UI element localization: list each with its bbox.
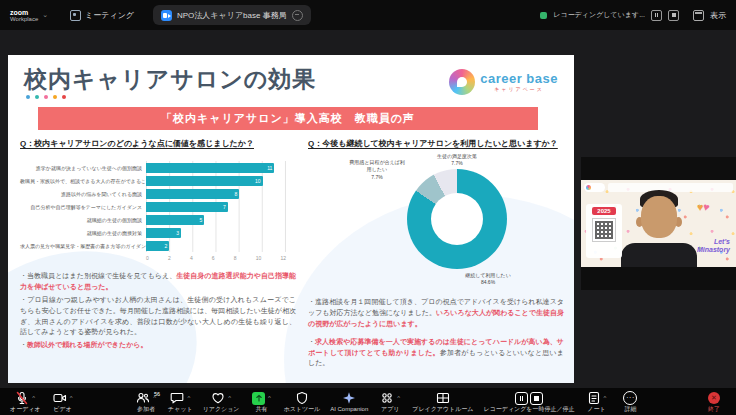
shared-screen-slide: 校内キャリアサロンの効果 career base キャリアベース [8, 55, 574, 383]
end-icon [708, 392, 720, 404]
bar-track: 3 [146, 228, 286, 238]
chevron-down-icon[interactable]: ⌄ [42, 11, 48, 19]
bar: 10 [146, 176, 263, 186]
slide-title: 校内キャリアサロンの効果 [24, 67, 316, 91]
notes-button[interactable]: ノート [584, 392, 608, 412]
zoom-workplace-logo: zoom Workplace [10, 9, 38, 22]
bar-category-label: 求人票の見方や職業見学・履歴書の書き方等のガイダンス [20, 243, 146, 249]
app-name-sub: Workplace [10, 16, 38, 22]
meeting-icon [70, 10, 81, 21]
participants-button[interactable]: 56 参加者 [134, 392, 158, 412]
end-meeting-button[interactable]: 終了 [702, 392, 726, 412]
chevron-icon[interactable] [187, 395, 190, 401]
chevron-icon[interactable] [268, 395, 271, 401]
bar: 7 [146, 202, 228, 212]
participant-video: ♥♥ Let'sMinastory 2025 [581, 180, 736, 267]
recording-pause-stop-button[interactable]: レコーディングを一時停止／停止 [484, 392, 575, 412]
axis-tick-label: 2 [168, 255, 171, 261]
apps-button[interactable]: アプリ [378, 392, 402, 412]
chevron-icon[interactable] [70, 395, 73, 401]
bar-row: 求人票の見方や職業見学・履歴書の書き方等のガイダンス2 [20, 239, 296, 252]
title-accent-dot [62, 95, 66, 99]
app-name: zoom [10, 9, 38, 16]
pie-label: 継続して利用したい 84.6% [446, 272, 530, 287]
bar-track: 10 [146, 176, 286, 186]
video-camera-icon [161, 10, 172, 21]
meeting-toolbar: オーディオ ビデオ 56 参加者 チャット リアクション 共有 ホストツール [0, 388, 736, 415]
chevron-icon[interactable] [228, 395, 231, 401]
stop-recording-icon[interactable] [530, 392, 543, 405]
pause-recording-icon[interactable] [651, 10, 662, 21]
bar-row: 自己分析や自己理解等をテーマにしたガイダンス7 [20, 200, 296, 213]
bar: 3 [146, 228, 181, 238]
axis-tick-label: 8 [234, 255, 237, 261]
chevron-icon[interactable] [397, 395, 400, 401]
bar-value-label: 5 [200, 217, 205, 223]
logo-sub: キャリアベース [494, 87, 544, 92]
more-icon [623, 391, 637, 405]
axis-tick-label: 12 [280, 255, 286, 261]
bar-row: 教職員・家族以外で、相談できる大人の存在ができること10 [20, 174, 296, 187]
share-screen-button[interactable]: 共有 [250, 392, 274, 412]
bar-row: 就職組の生徒の個別面談5 [20, 213, 296, 226]
chevron-icon[interactable] [32, 395, 35, 401]
audio-button[interactable]: オーディオ [10, 392, 41, 412]
chevron-icon[interactable] [604, 395, 607, 401]
axis-tick-label: 0 [146, 255, 149, 261]
bar: 8 [146, 189, 239, 199]
view-button[interactable]: 表示 [710, 10, 726, 21]
meeting-tab-label: ミーティング [85, 10, 134, 21]
meeting-window-tab[interactable]: NPO法人キャリアbase 事務局 [153, 5, 311, 25]
participants-count: 56 [154, 391, 160, 397]
more-button[interactable]: 詳細 [618, 392, 642, 412]
pie-label: 生徒の満足度次第 7.7% [415, 153, 499, 168]
title-accent-dots [26, 95, 316, 99]
donut-chart: 生徒の満足度次第 7.7% 費用感と日程が合えば利用したい 7.7% 継続して利… [308, 153, 564, 287]
career-base-logo: career base キャリアベース [449, 69, 558, 95]
axis-tick-label: 10 [256, 255, 262, 261]
title-accent-dot [35, 95, 39, 99]
bar-value-label: 2 [165, 243, 170, 249]
bar: 11 [146, 163, 274, 173]
pause-recording-icon[interactable] [515, 392, 528, 405]
bar-value-label: 10 [255, 178, 263, 184]
bar-track: 7 [146, 202, 286, 212]
reactions-button[interactable]: リアクション [203, 392, 240, 412]
bar-value-label: 11 [267, 165, 274, 171]
pie-label: 費用感と日程が合えば利用したい 7.7% [348, 159, 406, 181]
bar-category-label: 自己分析や自己理解等をテーマにしたガイダンス [20, 204, 146, 210]
recording-status: レコーディングしています... [553, 10, 645, 20]
person-head [641, 196, 677, 238]
bar-value-label: 7 [223, 204, 228, 210]
bar-category-label: 就職組の生徒の個別面談 [20, 217, 146, 223]
comments-right: ・進路相談を月１回開催して頂き、プロの視点でアドバイスを受けられ私達スタッフも対… [308, 297, 564, 369]
bar-track: 2 [146, 241, 286, 251]
tab-meeting[interactable]: ミーティング [70, 10, 134, 21]
virtual-bg-panel: 2025 [586, 204, 622, 258]
axis-tick-label: 6 [212, 255, 215, 261]
year-badge: 2025 [592, 207, 616, 215]
bar-row: 就職組の生徒の面接対策3 [20, 226, 296, 239]
logo-name: career base [480, 72, 558, 85]
breakout-rooms-button[interactable]: ブレイクアウトルーム [412, 392, 473, 412]
axis-tick-label: 4 [190, 255, 193, 261]
donut-ring [407, 169, 507, 269]
video-button[interactable]: ビデオ [51, 392, 75, 412]
share-active-icon [252, 392, 265, 405]
bar-category-label: 進路以外の悩みを聞いてくれる面談 [20, 191, 146, 197]
zoom-window: zoom Workplace ⌄ ミーティング NPO法人キャリアbase 事務… [0, 0, 736, 415]
host-tools-button[interactable]: ホストツール [284, 392, 321, 412]
qr-code [592, 218, 616, 242]
tab-option-icon[interactable] [292, 10, 303, 21]
ai-companion-button[interactable]: AI Companion [330, 392, 368, 412]
view-layout-icon[interactable] [693, 10, 704, 21]
person-body [621, 243, 697, 267]
stop-recording-icon[interactable] [668, 10, 679, 21]
chat-button[interactable]: チャット [168, 392, 193, 412]
career-base-logo-icon [449, 69, 475, 95]
comment: ・当教職員とはまた別視線で生徒を見てもらえ、生徒自身の進路選択能力や自己指導能力… [20, 271, 296, 293]
title-bar: zoom Workplace ⌄ ミーティング NPO法人キャリアbase 事務… [0, 0, 736, 30]
titlebar-right: レコーディングしています... 表示 [540, 10, 726, 21]
bar-category-label: 進学か就職が決まっていない生徒への個別面談 [20, 165, 146, 171]
participant-video-tile[interactable]: ♥♥ Let'sMinastory 2025 [581, 157, 736, 290]
